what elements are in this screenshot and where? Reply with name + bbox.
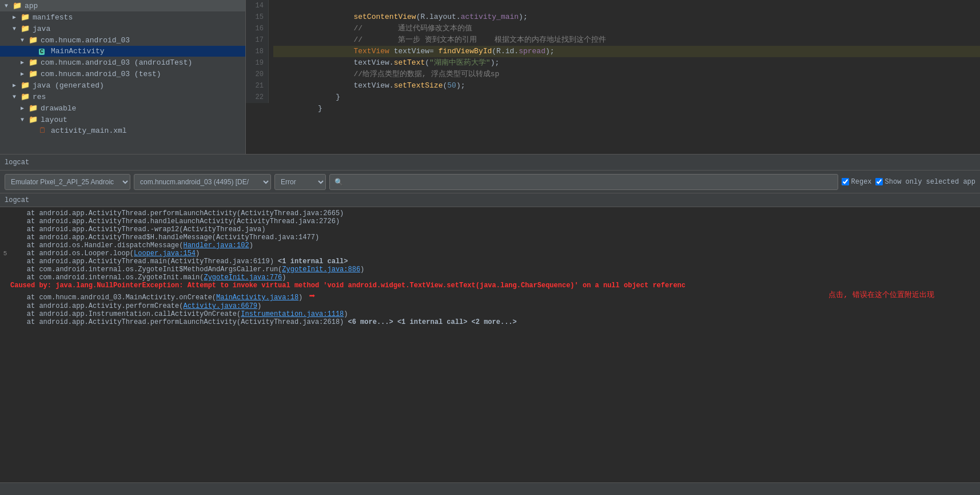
log-content-7: at android.app.ActivityThread.main(Activ… [10,258,980,266]
arrow-drawable: ▶ [21,105,29,112]
log-content-4: at android.app.ActivityThread$H.handleMe… [10,233,980,241]
code-line-22: } [273,92,980,103]
tree-item-res[interactable]: ▼ 📁 res [0,91,245,102]
tree-item-manifests[interactable]: ▶ 📁 manifests [0,11,245,23]
emulator-select[interactable]: Emulator Pixel_2_API_25 Androic [5,174,130,190]
code-area: 14 15 16 17 18 19 20 21 22 setContentVie… [246,0,980,103]
file-tree: ▼ 📁 app ▶ 📁 manifests ▼ 📁 java ▼ 📁 com.h… [0,0,246,154]
activity-link[interactable]: Activity.java:6679 [183,302,257,310]
tree-label-androidtest: com.hnucm.android_03 (androidTest) [41,58,192,67]
show-only-checkbox[interactable] [875,178,883,185]
folder-icon-androidtest: 📁 [29,58,39,67]
line-num-19: 19 [250,57,264,69]
tree-item-java[interactable]: ▼ 📁 java [0,23,245,34]
log-side-6: 5 [0,250,10,258]
logcat-area[interactable]: at android.app.ActivityThread.performLau… [0,207,980,482]
tree-item-app[interactable]: ▼ 📁 app [0,0,245,11]
top-section: ▼ 📁 app ▶ 📁 manifests ▼ 📁 java ▼ 📁 com.h… [0,0,980,155]
line-num-14: 14 [250,0,264,11]
annotation-text: 点击, 错误在这个位置附近出现 [828,290,934,300]
show-only-label: Show only selected app [885,178,975,186]
logcat-top-label: logcat [5,159,29,167]
looper-link[interactable]: Looper.java:154 [134,250,196,258]
log-row-4: at android.app.ActivityThread$H.handleMe… [0,233,980,241]
tree-item-com-hnucm[interactable]: ▼ 📁 com.hnucm.android_03 [0,34,245,46]
log-side-11 [0,290,10,302]
log-side-4 [0,233,10,241]
log-side-5 [0,241,10,250]
tree-label-com-hnucm: com.hnucm.android_03 [41,36,130,45]
log-side-7 [0,258,10,266]
log-content-10: Caused by: java.lang.NullPointerExceptio… [10,282,980,290]
log-content-8: at com.android.internal.os.ZygoteInit$Me… [10,266,980,274]
log-row-14: at android.app.ActivityThread.performLau… [0,318,980,326]
arrow-test: ▶ [21,70,29,77]
log-side-1 [0,209,10,217]
folder-icon-com-hnucm: 📁 [29,35,39,45]
tree-label-drawable: drawable [41,104,76,113]
regex-checkbox-group: Regex [842,178,872,186]
arrow-androidtest: ▶ [21,59,29,66]
arrow-java-gen: ▶ [13,82,21,89]
show-only-checkbox-group: Show only selected app [875,178,975,186]
log-content-2: at android.app.ActivityThread.handleLaun… [10,217,980,225]
code-line-14: setContentView(R.layout.activity_main); [273,0,980,11]
log-row-12: at android.app.Activity.performCreate(Ac… [0,302,980,310]
tree-label-manifests: manifests [33,13,73,22]
zygote1-link[interactable]: ZygoteInit.java:886 [282,266,360,274]
log-side-14 [0,318,10,326]
tree-label-app: app [25,2,38,10]
process-select[interactable]: com.hnucm.android_03 (4495) [DE/ [134,174,271,190]
tree-label-java-gen: java (generated) [33,81,104,90]
log-side-3 [0,225,10,233]
level-select[interactable]: Error Verbose Debug Info Warn Assert [274,174,326,190]
line-num-16: 16 [250,23,264,34]
line-num-22: 22 [250,92,264,103]
tree-item-layout[interactable]: ▼ 📁 layout [0,114,245,125]
code-lines: setContentView(R.layout.activity_main); … [269,0,980,103]
zygote2-link[interactable]: ZygoteInit.java:776 [204,274,282,282]
arrow-com-hnucm: ▼ [21,37,29,43]
mainactivity-link[interactable]: MainActivity.java:18 [216,294,298,302]
log-row-8: at com.android.internal.os.ZygoteInit$Me… [0,266,980,274]
tree-item-mainactivity[interactable]: ▶ C MainActivity [0,46,245,57]
tree-item-java-gen[interactable]: ▶ 📁 java (generated) [0,80,245,91]
log-row-9: at com.android.internal.os.ZygoteInit.ma… [0,274,980,282]
folder-icon-res: 📁 [21,92,31,101]
log-side-12 [0,302,10,310]
log-row-1: at android.app.ActivityThread.performLau… [0,209,980,217]
logcat-section-label: logcat [0,193,980,207]
folder-icon-drawable: 📁 [29,104,39,113]
log-content-14: at android.app.ActivityThread.performLau… [10,318,980,326]
arrow-app: ▼ [5,3,13,9]
instrumentation-link[interactable]: Instrumentation.java:1118 [241,310,344,318]
search-input[interactable] [329,174,838,190]
arrow-java: ▼ [13,26,21,32]
log-side-8 [0,266,10,274]
tree-item-androidtest[interactable]: ▶ 📁 com.hnucm.android_03 (androidTest) [0,57,245,68]
handler-link[interactable]: Handler.java:102 [183,241,249,250]
tree-label-xml: activity_main.xml [51,126,127,135]
log-side-10 [0,282,10,290]
arrow-manifests: ▶ [13,14,21,21]
tree-item-drawable[interactable]: ▶ 📁 drawable [0,102,245,114]
class-icon-mainactivity: C [39,47,49,56]
line-num-18: 18 [250,46,264,57]
logcat-label-text: logcat [5,196,29,204]
tree-item-test[interactable]: ▶ 📁 com.hnucm.android_03 (test) [0,68,245,80]
log-content-13: at android.app.Instrumentation.callActiv… [10,310,980,318]
line-num-15: 15 [250,11,264,23]
red-arrow-right: ➡ [309,291,316,302]
log-content-9: at com.android.internal.os.ZygoteInit.ma… [10,274,980,282]
folder-icon-app: 📁 [13,1,23,10]
regex-checkbox[interactable] [842,178,849,185]
folder-icon-java-gen: 📁 [21,81,31,90]
log-content-12: at android.app.Activity.performCreate(Ac… [10,302,980,310]
log-row-2: at android.app.ActivityThread.handleLaun… [0,217,980,225]
log-content-6: at android.os.Looper.loop(Looper.java:15… [10,250,980,258]
log-row-10: Caused by: java.lang.NullPointerExceptio… [0,282,980,290]
folder-icon-layout: 📁 [29,115,39,124]
log-row-6: 5 at android.os.Looper.loop(Looper.java:… [0,250,980,258]
tree-item-xml[interactable]: ▶ 🗒 activity_main.xml [0,125,245,136]
folder-icon-manifests: 📁 [21,13,31,22]
